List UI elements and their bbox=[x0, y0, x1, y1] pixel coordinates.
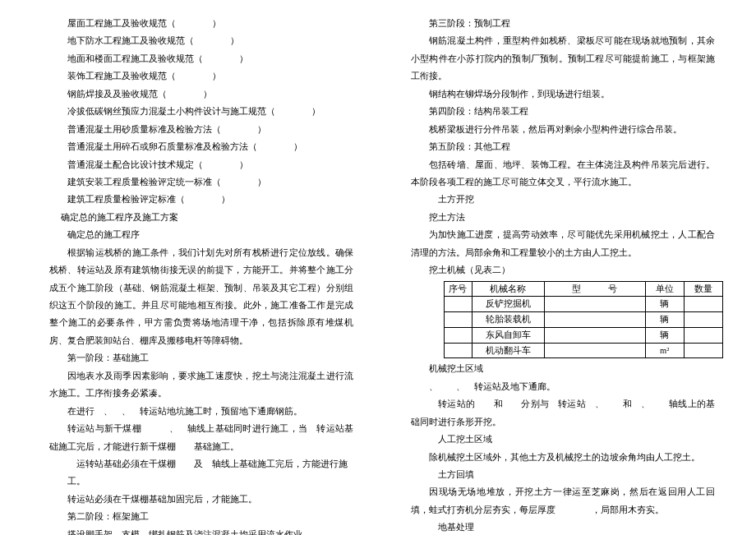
paragraph: 钢结构在铆焊场分段制作，到现场进行组装。 bbox=[411, 85, 715, 103]
spec-line: 地下防水工程施工及验收规范（ ） bbox=[49, 32, 353, 49]
th-qty: 数量 bbox=[684, 281, 722, 297]
spec-line: 地面和楼面工程施工及验收规范（ ） bbox=[49, 50, 353, 67]
spec-line: 屋面工程施工及验收规范（ ） bbox=[49, 15, 353, 32]
paragraph: 为加快施工进度，提高劳动效率，尽可能优先采用机械挖土，人工配合清理的方法。局部余… bbox=[411, 226, 715, 261]
sub-heading: 土方回填 bbox=[411, 466, 715, 483]
table-row: 反铲挖掘机辆 bbox=[445, 297, 723, 312]
machinery-table: 序号 机械名称 型 号 单位 数量 反铲挖掘机辆 轮胎装载机辆 东风自卸车辆 机… bbox=[444, 281, 723, 359]
th-model: 型 号 bbox=[544, 281, 645, 297]
th-unit: 单位 bbox=[645, 281, 684, 297]
paragraph: 转运站与新干煤棚 、 轴线上基础同时进行施工，当 转运站基础施工完后，才能进行新… bbox=[49, 420, 353, 455]
spec-line: 建筑安装工程质量检验评定统一标准（ ） bbox=[49, 173, 353, 191]
spec-line: 普通混凝土配合比设计技术规定（ ） bbox=[49, 156, 353, 173]
sub-heading: 土方开挖 bbox=[411, 191, 715, 208]
table-header-row: 序号 机械名称 型 号 单位 数量 bbox=[445, 281, 723, 297]
spec-line: 冷拔低碳钢丝预应力混凝土小构件设计与施工规范（ ） bbox=[49, 103, 353, 120]
paragraph: 在进行 、 、 转运站地坑施工时，预留地下通廊钢筋。 bbox=[49, 403, 353, 420]
table-row: 轮胎装载机辆 bbox=[445, 312, 723, 328]
phase-heading: 第一阶段：基础施工 bbox=[49, 349, 353, 367]
paragraph: 、 、 转运站及地下通廊。 bbox=[411, 378, 715, 395]
sub-heading: 确定总的施工程序 bbox=[49, 226, 353, 243]
sub-heading: 机械挖土区域 bbox=[411, 360, 715, 377]
spec-line: 普通混凝土用碎石或卵石质量标准及检验方法（ ） bbox=[49, 138, 353, 155]
table-caption: 挖土机械（见表二） bbox=[411, 261, 715, 279]
spec-line: 普通混凝土用砂质量标准及检验方法（ ） bbox=[49, 121, 353, 138]
table-row: 东风自卸车辆 bbox=[445, 327, 723, 343]
paragraph: 钢筋混凝土构件，重型构件如栈桥、梁板尽可能在现场就地预制，其余小型构件在小苏打院… bbox=[411, 32, 715, 85]
table-row: 机动翻斗车m² bbox=[445, 343, 723, 358]
sub-heading: 地基处理 bbox=[411, 519, 715, 535]
spec-line: 装饰工程施工及验收规范（ ） bbox=[49, 67, 353, 85]
phase-heading: 第四阶段：结构吊装工程 bbox=[411, 103, 715, 120]
paragraph: 包括砖墙、屋面、地坪、装饰工程。在主体浇注及构件吊装完后进行。本阶段各项工程的施… bbox=[411, 156, 715, 191]
paragraph: 转运站的 和 分别与 转运站 、 和 、 轴线上的基础同时进行条形开挖。 bbox=[411, 395, 715, 431]
phase-heading: 第五阶段：其他工程 bbox=[411, 138, 715, 155]
spec-line: 钢筋焊接及及验收规范（ ） bbox=[49, 85, 353, 103]
th-seq: 序号 bbox=[445, 281, 472, 297]
paragraph: 栈桥梁板进行分件吊装，然后再对剩余小型构件进行综合吊装。 bbox=[411, 121, 715, 138]
sub-heading: 挖土方法 bbox=[411, 209, 715, 226]
phase-heading: 第二阶段：框架施工 bbox=[49, 508, 353, 525]
paragraph: 因地表水及雨季因素影响，要求施工速度快，挖土与浇注混凝土进行流水施工。工序衔接务… bbox=[49, 367, 353, 403]
paragraph: 除机械挖土区域外，其他土方及机械挖土的边坡余角均由人工挖土。 bbox=[411, 449, 715, 466]
paragraph: 转运站必须在干煤棚基础加固完后，才能施工。 bbox=[49, 491, 353, 508]
paragraph: 因现场无场地堆放，开挖土方一律运至芝麻岗，然后在返回用人工回填，蛙式打夯机分层夯… bbox=[411, 483, 715, 519]
phase-heading: 第三阶段：预制工程 bbox=[411, 15, 715, 32]
sub-heading: 人工挖土区域 bbox=[411, 431, 715, 448]
paragraph: 运转站基础必须在干煤棚 及 轴线上基础施工完后，方能进行施工。 bbox=[49, 455, 353, 491]
spec-line: 建筑工程质量检验评定标准（ ） bbox=[49, 191, 353, 208]
section-heading: 确定总的施工程序及施工方案 bbox=[49, 209, 353, 226]
paragraph: 根据输运栈桥的施工条件，我们计划先对所有栈桥进行定位放线。确保栈桥、转运站及原有… bbox=[49, 244, 353, 350]
th-name: 机械名称 bbox=[472, 281, 544, 297]
paragraph: 搭设脚手架、支模、绑扎钢筋及浇注混凝土均采用流水作业。 bbox=[49, 526, 353, 535]
